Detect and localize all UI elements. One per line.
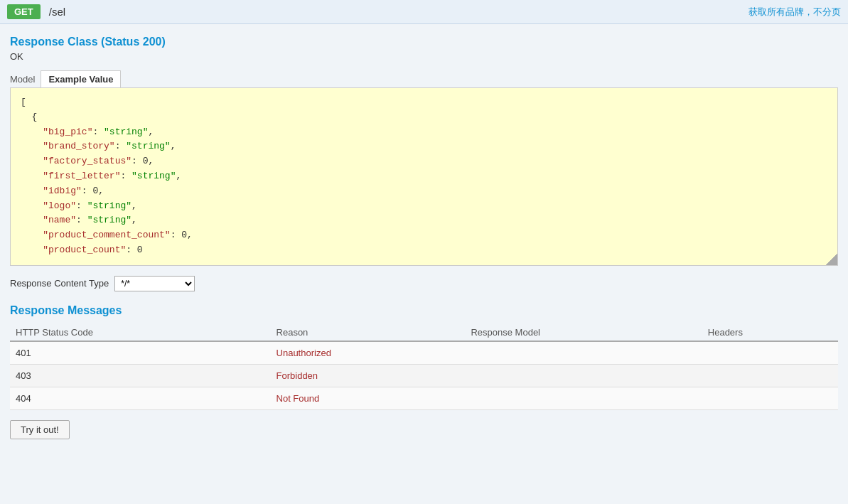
header-bar: GET /sel 获取所有品牌，不分页 [0, 0, 848, 24]
headers-401 [702, 341, 838, 365]
json-line-product-comment-count: "product_comment_count": 0, [21, 228, 827, 243]
tab-example-value[interactable]: Example Value [41, 70, 121, 87]
main-content: Response Class (Status 200) OK Model Exa… [0, 24, 848, 451]
table-header-row: HTTP Status Code Reason Response Model H… [10, 324, 838, 341]
table-row: 403 Forbidden [10, 364, 838, 387]
endpoint-path: /sel [49, 6, 65, 18]
model-404 [465, 387, 702, 409]
table-row: 404 Not Found [10, 387, 838, 409]
headers-404 [702, 387, 838, 409]
try-it-out-button[interactable]: Try it out! [10, 420, 70, 439]
status-code-401: 401 [10, 341, 271, 365]
json-code-block: [ { "big_pic": "string", "brand_story": … [10, 87, 838, 266]
response-class-title: Response Class (Status 200) [10, 36, 838, 48]
headers-403 [702, 364, 838, 387]
col-header-model: Response Model [465, 324, 702, 341]
header-description: 获取所有品牌，不分页 [748, 6, 841, 18]
reason-404: Not Found [271, 387, 466, 409]
response-messages-title: Response Messages [10, 304, 838, 317]
json-line-idbig: "idbig": 0, [21, 184, 827, 199]
model-tabs: Model Example Value [10, 70, 838, 87]
json-line-factory-status: "factory_status": 0, [21, 154, 827, 169]
response-class-status: OK [10, 51, 838, 62]
col-header-status-code: HTTP Status Code [10, 324, 271, 341]
json-line-brand-story: "brand_story": "string", [21, 139, 827, 154]
header-left: GET /sel [7, 4, 65, 19]
json-line-first-letter: "first_letter": "string", [21, 169, 827, 184]
model-403 [465, 364, 702, 387]
json-line-bracket-open: [ [21, 95, 827, 110]
reason-403: Forbidden [271, 364, 466, 387]
status-code-403: 403 [10, 364, 271, 387]
json-line-logo: "logo": "string", [21, 199, 827, 214]
json-line-object-open: { [21, 110, 827, 125]
response-content-type-select[interactable]: */* application/json text/plain [114, 276, 195, 291]
json-line-name: "name": "string", [21, 213, 827, 228]
response-content-type-row: Response Content Type */* application/js… [10, 276, 838, 291]
status-code-404: 404 [10, 387, 271, 409]
tab-model[interactable]: Model [10, 71, 41, 87]
model-401 [465, 341, 702, 365]
reason-401: Unauthorized [271, 341, 466, 365]
col-header-reason: Reason [271, 324, 466, 341]
http-method-badge: GET [7, 4, 41, 19]
json-line-product-count: "product_count": 0 [21, 243, 827, 258]
col-header-headers: Headers [702, 324, 838, 341]
json-resize-handle[interactable] [826, 254, 837, 265]
table-row: 401 Unauthorized [10, 341, 838, 365]
json-line-big-pic: "big_pic": "string", [21, 125, 827, 140]
response-messages-table: HTTP Status Code Reason Response Model H… [10, 324, 838, 410]
response-content-type-label: Response Content Type [10, 278, 109, 289]
